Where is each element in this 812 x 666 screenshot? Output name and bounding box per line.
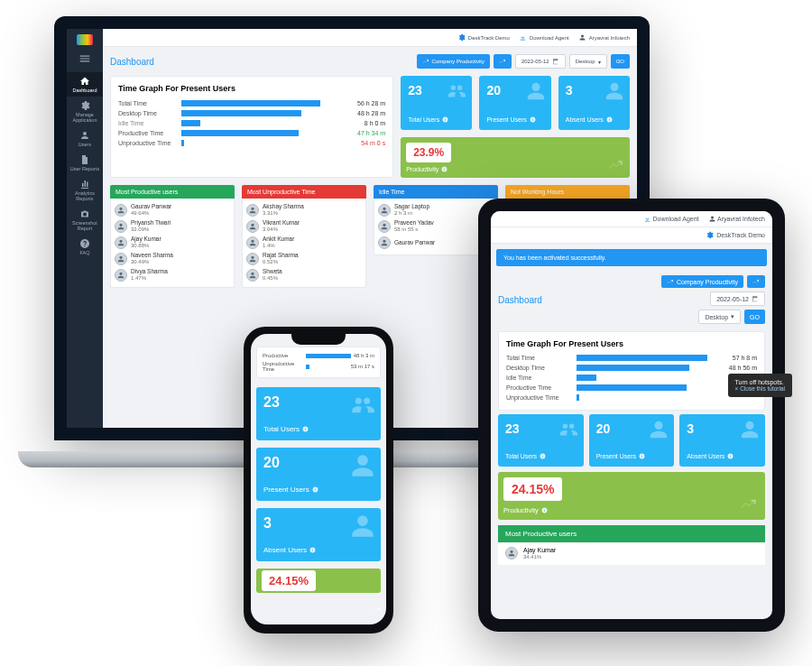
list-item[interactable]: Ajay Kumar34.41% [498,542,765,565]
device-select[interactable]: Desktop ▾ [569,54,607,69]
productivity-button[interactable]: Company Productivity [417,54,490,69]
tablet-header: Dashboard Company Productivity 2022-05-1… [491,272,772,328]
phone-productivity[interactable]: 24.15% [256,569,381,593]
phone-stat-total[interactable]: 23 Total Users [256,387,381,440]
info-icon [530,116,536,123]
stat-present-users[interactable]: 20 Present Users [589,414,675,467]
tg-row: Unproductive Time [506,393,757,402]
sidebar-item-analytics-reports[interactable]: Analytics Reports [67,175,103,205]
tg-fragment: Productive 48 h 3 m Unproductive Time 53… [256,347,381,378]
users-icon [447,81,466,101]
person-icon [604,81,624,101]
info-icon [442,116,448,123]
avatar [246,204,259,217]
refresh-button[interactable] [494,54,512,69]
tablet-stats: 23 Total Users 20 Present Users 3 Absent… [491,414,772,467]
list-item[interactable]: Ajay Kumar30.88% [115,235,230,251]
tg-row: Desktop Time48 h 56 m [506,363,757,373]
list-item[interactable]: Divya Sharma1.47% [115,267,230,283]
list-item[interactable]: Ankit Kumar1.4% [246,235,362,251]
sidebar-item-user-reports[interactable]: User Reports [67,151,103,175]
tg-row: Idle Time8 h 11 m [506,373,757,383]
person-icon [526,81,546,101]
list-item[interactable]: Praveen Yadav58 m 55 s [378,218,494,235]
users-icon [558,420,578,439]
refresh-button[interactable] [747,275,765,288]
person-icon [649,420,669,439]
stat-present-users[interactable]: 20 Present Users [479,76,550,130]
info-icon [309,547,316,553]
avatar [115,236,127,249]
list-item[interactable]: Rajat Sharma0.52% [246,251,362,267]
list-item[interactable]: Sagar Laptop2 h 3 m [378,202,494,218]
burger-icon[interactable] [78,52,91,67]
stat-absent-users[interactable]: 3 Absent Users [679,414,765,467]
stat-total-users[interactable]: 23 Total Users [498,414,584,467]
go-button[interactable]: GO [744,310,765,324]
trend-icon [740,495,758,513]
list-item[interactable]: Gaurav Panwar [378,235,494,251]
company-menu[interactable]: Aryavrat Infotech [708,215,765,223]
sidebar-item-manage-application[interactable]: Manage Application [67,97,103,126]
stat-absent-users[interactable]: 3 Absent Users [558,76,630,130]
sidebar-item-users[interactable]: Users [67,126,103,151]
close-tutorial-link[interactable]: × Close this tutorial [735,385,785,392]
topbar: DeskTrack Demo Download Agent Aryavrat I… [103,29,637,47]
tablet-topbar: Download Agent Aryavrat Infotech [491,211,772,227]
table-most_unproductive: Most Unproductive TimeAkshay Sharma3.31%… [242,185,366,288]
list-item[interactable]: Akshay Sharma3.31% [246,202,362,218]
tablet-productivity[interactable]: 24.15% Productivity [498,472,765,520]
productivity-tile[interactable]: 23.9% Productivity [401,137,630,178]
tg-row: Total Time57 h 8 m [506,353,757,363]
list-item[interactable]: Naveen Sharma30.49% [115,251,230,267]
tg-row: Total Time56 h 28 m [118,98,385,108]
time-graph-panel: Time Graph For Present Users Total Time5… [110,76,393,178]
person-icon [350,453,375,478]
list-item[interactable]: Vikrant Kumar3.04% [246,218,362,235]
filters: Company Productivity 2022-05-12 Desktop … [417,54,630,69]
brand-link[interactable]: DeskTrack Demo [457,33,510,42]
avatar [378,204,391,217]
app-logo [77,34,93,45]
download-agent[interactable]: Download Agent [519,33,569,42]
stat-total-users[interactable]: 23 Total Users [401,76,472,130]
list-item[interactable]: Gaurav Panwar49.64% [115,202,230,218]
sidebar-item-faq[interactable]: FAQ [67,235,103,259]
download-agent[interactable]: Download Agent [643,215,699,223]
productivity-button[interactable]: Company Productivity [661,275,743,288]
avatar [246,220,259,233]
users-icon [350,393,375,418]
phone-stat-absent[interactable]: 3 Absent Users [256,508,381,561]
avatar [115,269,127,282]
table-most_productive: Most Productive usersGaurav Panwar49.64%… [110,185,235,288]
go-button[interactable]: GO [611,54,630,69]
tablet-device: Download Agent Aryavrat Infotech DeskTra… [478,199,785,632]
info-icon [312,486,318,493]
sidebar-item-dashboard[interactable]: Dashboard [67,72,103,97]
date-picker[interactable]: 2022-05-12 [515,54,566,69]
hotspot-tooltip[interactable]: Turn off hotspots. × Close this tutorial [728,374,792,397]
table-header: Most Productive users [110,185,235,199]
person-icon [740,420,760,439]
table-header: Most Unproductive Time [242,185,366,199]
list-item[interactable]: Shweta0.45% [246,267,362,283]
tablet-time-graph: Time Graph For Present Users Total Time5… [498,331,765,411]
phone-device: Productive 48 h 3 m Unproductive Time 53… [244,327,393,634]
info-icon [441,166,448,172]
avatar [115,220,127,233]
time-graph-title: Time Graph For Present Users [118,84,385,93]
info-icon [302,426,309,432]
device-select[interactable]: Desktop ▾ [698,310,741,324]
company-menu[interactable]: Aryavrat Infotech [578,33,630,42]
list-item[interactable]: Priyansh Tiwari32.09% [115,218,230,235]
sidebar-item-screenshot-report[interactable]: Screenshot Report [67,205,103,235]
sidebar: DashboardManage ApplicationUsersUser Rep… [67,29,103,428]
avatar [246,236,259,249]
date-picker[interactable]: 2022-05-12 [710,291,765,306]
tg-row: Unproductive Time54 m 0 s [118,138,385,148]
avatar [505,547,518,560]
person-icon [350,513,375,539]
tg-row: Idle Time8 h 0 m [118,118,385,128]
brand-link[interactable]: DeskTrack Demo [706,231,765,239]
phone-stat-present[interactable]: 20 Present Users [256,448,381,501]
